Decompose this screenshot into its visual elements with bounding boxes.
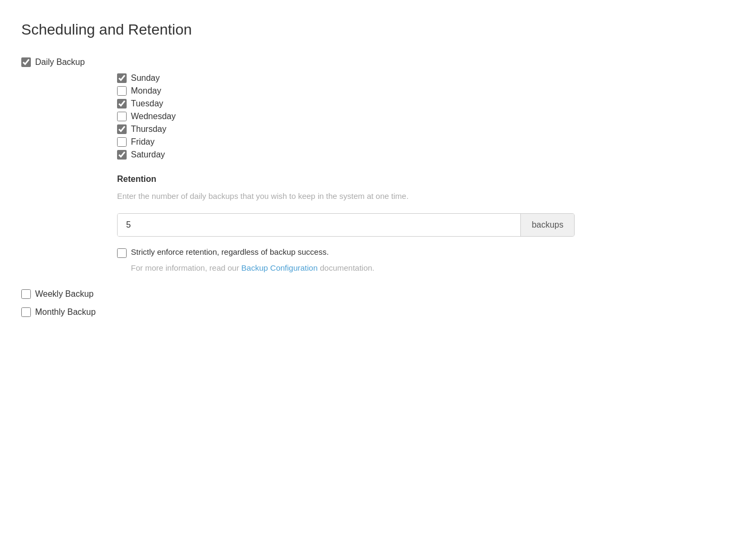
page-title: Scheduling and Retention xyxy=(21,21,726,38)
sunday-checkbox[interactable] xyxy=(117,73,127,83)
retention-input-row: backups xyxy=(117,213,575,237)
retention-section: Retention Enter the number of daily back… xyxy=(117,174,726,272)
other-backup-sections: Weekly Backup Monthly Backup xyxy=(21,289,726,317)
info-text: For more information, read our Backup Co… xyxy=(131,263,726,272)
enforce-retention-label[interactable]: Strictly enforce retention, regardless o… xyxy=(131,247,329,256)
wednesday-checkbox[interactable] xyxy=(117,112,127,121)
friday-checkbox[interactable] xyxy=(117,137,127,147)
tuesday-checkbox[interactable] xyxy=(117,99,127,108)
day-wednesday[interactable]: Wednesday xyxy=(117,112,726,121)
weekly-backup-checkbox[interactable] xyxy=(21,289,31,299)
retention-suffix: backups xyxy=(520,214,574,236)
monthly-backup-checkbox[interactable] xyxy=(21,307,31,317)
retention-value-input[interactable] xyxy=(118,214,520,236)
day-sunday[interactable]: Sunday xyxy=(117,73,726,83)
day-friday[interactable]: Friday xyxy=(117,137,726,147)
monday-checkbox[interactable] xyxy=(117,86,127,96)
saturday-checkbox[interactable] xyxy=(117,150,127,160)
thursday-checkbox[interactable] xyxy=(117,124,127,134)
day-list: Sunday Monday Tuesday Wednesday Thursday… xyxy=(117,73,726,160)
daily-backup-text: Daily Backup xyxy=(35,57,85,67)
retention-title: Retention xyxy=(117,174,726,184)
info-text-before: For more information, read our xyxy=(131,263,242,272)
monthly-backup-label[interactable]: Monthly Backup xyxy=(21,307,726,317)
enforce-retention-checkbox[interactable] xyxy=(117,248,127,258)
day-monday[interactable]: Monday xyxy=(117,86,726,96)
weekly-backup-text: Weekly Backup xyxy=(35,289,94,299)
daily-backup-section: Daily Backup Sunday Monday Tuesday Wedne… xyxy=(21,57,726,272)
monthly-backup-text: Monthly Backup xyxy=(35,307,96,317)
retention-description: Enter the number of daily backups that y… xyxy=(117,190,575,203)
info-text-after: documentation. xyxy=(318,263,375,272)
day-saturday[interactable]: Saturday xyxy=(117,150,726,160)
daily-backup-checkbox[interactable] xyxy=(21,57,31,67)
backup-config-link[interactable]: Backup Configuration xyxy=(242,263,318,272)
day-tuesday[interactable]: Tuesday xyxy=(117,99,726,108)
day-thursday[interactable]: Thursday xyxy=(117,124,726,134)
enforce-row: Strictly enforce retention, regardless o… xyxy=(117,247,726,258)
weekly-backup-label[interactable]: Weekly Backup xyxy=(21,289,726,299)
daily-backup-content: Sunday Monday Tuesday Wednesday Thursday… xyxy=(117,73,726,272)
daily-backup-label[interactable]: Daily Backup xyxy=(21,57,726,67)
